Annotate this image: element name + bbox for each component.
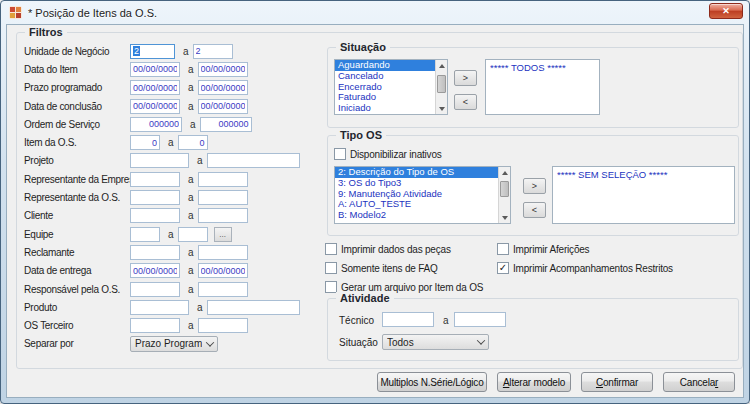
responsavel-to-input[interactable] bbox=[198, 282, 248, 297]
situacao-selection-summary: ***** TODOS ***** bbox=[486, 60, 599, 75]
range-separator: a bbox=[188, 82, 194, 93]
field-label: Produto bbox=[24, 302, 130, 313]
situacao-move-left-button[interactable]: < bbox=[454, 94, 477, 110]
checkbox-unchecked[interactable] bbox=[325, 262, 337, 274]
left-filter-column: Unidade de Negócio 2 a Data do Item a Pr… bbox=[24, 42, 320, 353]
row-equipe: Equipe a ... bbox=[24, 225, 320, 243]
data-item-to-input[interactable] bbox=[198, 62, 248, 77]
tecnico-from-input[interactable] bbox=[382, 312, 434, 327]
tipo-os-selected-list[interactable]: ***** SEM SELEÇÃO ***** bbox=[552, 166, 735, 224]
checkbox-unchecked[interactable] bbox=[497, 243, 509, 255]
rep-empresa-from-input[interactable] bbox=[130, 172, 180, 187]
ordem-to-input[interactable] bbox=[200, 117, 252, 132]
row-representante-os: Representante da O.S. a bbox=[24, 188, 320, 206]
list-item[interactable]: B: Modelo2 bbox=[335, 210, 510, 221]
checkbox-checked[interactable]: ✓ bbox=[497, 262, 509, 274]
tipo-os-selection-summary: ***** SEM SELEÇÃO ***** bbox=[553, 167, 734, 182]
scroll-down-icon[interactable] bbox=[436, 103, 447, 114]
produto-from-input[interactable] bbox=[130, 300, 189, 315]
field-label: Data de conclusão bbox=[24, 101, 130, 112]
scroll-up-icon[interactable] bbox=[499, 167, 510, 178]
confirmar-button[interactable]: Confirmar bbox=[581, 372, 653, 392]
checkbox-unchecked[interactable] bbox=[334, 148, 346, 160]
scroll-thumb[interactable] bbox=[437, 75, 446, 93]
prazo-to-input[interactable] bbox=[198, 80, 248, 95]
tecnico-to-input[interactable] bbox=[454, 312, 506, 327]
rep-os-to-input[interactable] bbox=[198, 190, 248, 205]
rep-empresa-to-input[interactable] bbox=[198, 172, 248, 187]
atividade-situacao-select[interactable]: Todos bbox=[382, 334, 489, 350]
row-os-terceiro: OS Terceiro a bbox=[24, 316, 320, 334]
tipo-os-move-right-button[interactable]: > bbox=[523, 178, 546, 194]
scroll-down-icon[interactable] bbox=[499, 212, 510, 223]
item-os-to-input[interactable] bbox=[178, 135, 208, 150]
range-separator: a bbox=[188, 247, 194, 258]
reclamante-to-input[interactable] bbox=[198, 245, 248, 260]
equipe-browse-button[interactable]: ... bbox=[214, 227, 232, 242]
checkbox-unchecked[interactable] bbox=[325, 243, 337, 255]
field-label: Cliente bbox=[24, 210, 130, 221]
separar-por-select[interactable]: Prazo Programado bbox=[130, 336, 218, 352]
atividade-situacao-label: Situação bbox=[339, 337, 378, 348]
row-data-do-item: Data do Item a bbox=[24, 60, 320, 78]
range-separator: a bbox=[168, 229, 174, 240]
range-separator: a bbox=[188, 101, 194, 112]
conclusao-to-input[interactable] bbox=[198, 99, 248, 114]
cliente-from-input[interactable] bbox=[130, 208, 180, 223]
ordem-from-input[interactable] bbox=[130, 117, 182, 132]
equipe-from-input[interactable] bbox=[130, 227, 160, 242]
equipe-to-input[interactable] bbox=[178, 227, 208, 242]
list-item[interactable]: Iniciado bbox=[335, 103, 447, 114]
atividade-group-title: Atividade bbox=[336, 292, 394, 304]
imprimir-acompanhamentos-checkbox-row: ✓ Imprimir Acompanhamentos Restritos bbox=[497, 262, 673, 274]
row-cliente: Cliente a bbox=[24, 207, 320, 225]
data-item-from-input[interactable] bbox=[130, 62, 180, 77]
produto-to-input[interactable] bbox=[207, 300, 300, 315]
scrollbar[interactable] bbox=[435, 60, 447, 114]
alterar-modelo-button[interactable]: Alterar modelo bbox=[497, 372, 571, 392]
field-label: Reclamante bbox=[24, 247, 130, 258]
projeto-to-input[interactable] bbox=[207, 153, 300, 168]
reclamante-from-input[interactable] bbox=[130, 245, 180, 260]
list-item[interactable]: 3: OS do Tipo3 bbox=[335, 178, 510, 189]
scroll-up-icon[interactable] bbox=[436, 60, 447, 71]
entrega-to-input[interactable] bbox=[198, 263, 248, 278]
multiplos-serie-logico-button[interactable]: Multiplos N.Série/Lógico bbox=[377, 372, 487, 392]
atividade-group: Atividade bbox=[327, 298, 739, 361]
row-separar-por: Separar por Prazo Programado bbox=[24, 335, 320, 353]
prazo-from-input[interactable] bbox=[130, 80, 180, 95]
list-item[interactable]: Cancelado bbox=[335, 71, 447, 82]
disponibilizar-inativos-checkbox-row: Disponibilizar inativos bbox=[334, 148, 442, 160]
row-produto: Produto a bbox=[24, 298, 320, 316]
imprimir-dados-pecas-checkbox-row: Imprimir dados das peças bbox=[325, 243, 451, 255]
dialog-window: * Posição de Itens da O.S. ✕ Filtros Uni… bbox=[0, 0, 750, 404]
responsavel-from-input[interactable] bbox=[130, 282, 180, 297]
close-button[interactable]: ✕ bbox=[709, 3, 743, 19]
field-label: Data de entrega bbox=[24, 265, 130, 276]
tipo-os-available-list[interactable]: 2: Descrição do Tipo de OS 3: OS do Tipo… bbox=[334, 166, 511, 224]
field-label: Projeto bbox=[24, 155, 130, 166]
situacao-available-list[interactable]: Aguardando Cancelado Encerrado Faturado … bbox=[334, 59, 448, 115]
row-prazo-programado: Prazo programado a bbox=[24, 79, 320, 97]
situacao-move-right-button[interactable]: > bbox=[454, 70, 477, 86]
scrollbar[interactable] bbox=[498, 167, 510, 223]
tipo-os-move-left-button[interactable]: < bbox=[523, 202, 546, 218]
rep-os-from-input[interactable] bbox=[130, 190, 180, 205]
range-separator: a bbox=[188, 192, 194, 203]
projeto-from-input[interactable] bbox=[130, 153, 189, 168]
title-bar[interactable]: * Posição de Itens da O.S. ✕ bbox=[1, 1, 749, 24]
unidade-from-input[interactable]: 2 bbox=[130, 44, 175, 59]
os-terceiro-from-input[interactable] bbox=[130, 318, 180, 333]
item-os-from-input[interactable] bbox=[130, 135, 160, 150]
footer-button-bar: Multiplos N.Série/Lógico Alterar modelo … bbox=[377, 372, 735, 392]
unidade-to-input[interactable] bbox=[193, 44, 233, 59]
cliente-to-input[interactable] bbox=[198, 208, 248, 223]
os-terceiro-to-input[interactable] bbox=[198, 318, 248, 333]
field-label: Representante da O.S. bbox=[24, 192, 130, 203]
scroll-thumb[interactable] bbox=[500, 181, 509, 197]
cancelar-button[interactable]: Cancelar bbox=[663, 372, 735, 392]
entrega-from-input[interactable] bbox=[130, 263, 180, 278]
conclusao-from-input[interactable] bbox=[130, 99, 180, 114]
situacao-selected-list[interactable]: ***** TODOS ***** bbox=[485, 59, 600, 115]
row-unidade-de-negocio: Unidade de Negócio 2 a bbox=[24, 42, 320, 60]
